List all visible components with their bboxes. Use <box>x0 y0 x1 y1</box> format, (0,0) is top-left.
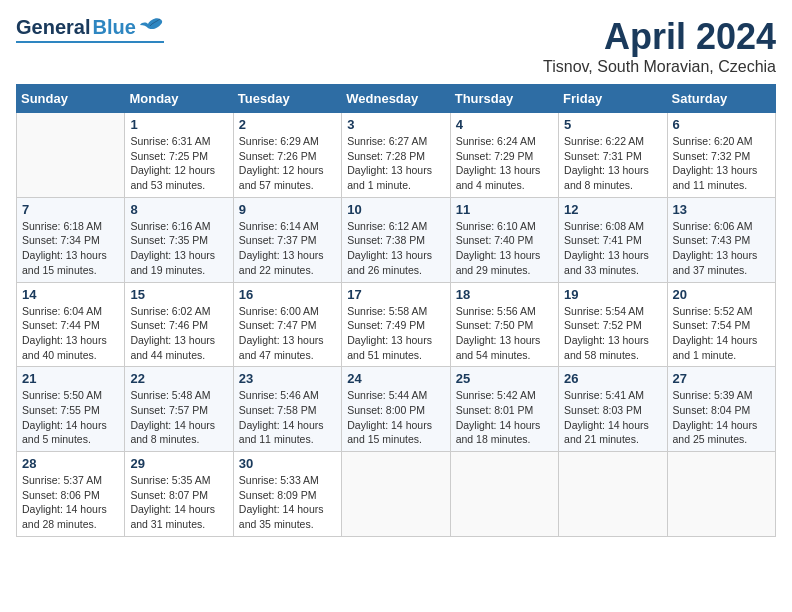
day-info: Sunrise: 5:33 AMSunset: 8:09 PMDaylight:… <box>239 473 336 532</box>
day-number: 3 <box>347 117 444 132</box>
calendar-cell: 30Sunrise: 5:33 AMSunset: 8:09 PMDayligh… <box>233 452 341 537</box>
calendar-cell: 7Sunrise: 6:18 AMSunset: 7:34 PMDaylight… <box>17 197 125 282</box>
calendar-cell <box>17 113 125 198</box>
day-info: Sunrise: 5:37 AMSunset: 8:06 PMDaylight:… <box>22 473 119 532</box>
day-info: Sunrise: 5:52 AMSunset: 7:54 PMDaylight:… <box>673 304 770 363</box>
day-number: 2 <box>239 117 336 132</box>
day-info: Sunrise: 6:08 AMSunset: 7:41 PMDaylight:… <box>564 219 661 278</box>
day-number: 26 <box>564 371 661 386</box>
day-info: Sunrise: 6:16 AMSunset: 7:35 PMDaylight:… <box>130 219 227 278</box>
logo-general: General <box>16 16 90 39</box>
day-info: Sunrise: 5:46 AMSunset: 7:58 PMDaylight:… <box>239 388 336 447</box>
calendar-cell: 11Sunrise: 6:10 AMSunset: 7:40 PMDayligh… <box>450 197 558 282</box>
calendar-cell: 29Sunrise: 5:35 AMSunset: 8:07 PMDayligh… <box>125 452 233 537</box>
calendar-cell: 27Sunrise: 5:39 AMSunset: 8:04 PMDayligh… <box>667 367 775 452</box>
day-number: 20 <box>673 287 770 302</box>
calendar-cell: 15Sunrise: 6:02 AMSunset: 7:46 PMDayligh… <box>125 282 233 367</box>
day-info: Sunrise: 6:00 AMSunset: 7:47 PMDaylight:… <box>239 304 336 363</box>
calendar-cell: 4Sunrise: 6:24 AMSunset: 7:29 PMDaylight… <box>450 113 558 198</box>
day-info: Sunrise: 6:24 AMSunset: 7:29 PMDaylight:… <box>456 134 553 193</box>
day-number: 28 <box>22 456 119 471</box>
day-number: 30 <box>239 456 336 471</box>
title-block: April 2024 Tisnov, South Moravian, Czech… <box>543 16 776 76</box>
day-info: Sunrise: 5:48 AMSunset: 7:57 PMDaylight:… <box>130 388 227 447</box>
calendar-cell <box>667 452 775 537</box>
day-number: 17 <box>347 287 444 302</box>
day-number: 27 <box>673 371 770 386</box>
day-info: Sunrise: 6:04 AMSunset: 7:44 PMDaylight:… <box>22 304 119 363</box>
calendar-cell: 24Sunrise: 5:44 AMSunset: 8:00 PMDayligh… <box>342 367 450 452</box>
calendar-cell: 9Sunrise: 6:14 AMSunset: 7:37 PMDaylight… <box>233 197 341 282</box>
day-number: 29 <box>130 456 227 471</box>
day-info: Sunrise: 5:39 AMSunset: 8:04 PMDaylight:… <box>673 388 770 447</box>
header: General Blue April 2024 Tisnov, South Mo… <box>16 16 776 76</box>
day-number: 21 <box>22 371 119 386</box>
calendar-cell: 3Sunrise: 6:27 AMSunset: 7:28 PMDaylight… <box>342 113 450 198</box>
day-info: Sunrise: 6:29 AMSunset: 7:26 PMDaylight:… <box>239 134 336 193</box>
column-header-sunday: Sunday <box>17 85 125 113</box>
day-number: 22 <box>130 371 227 386</box>
calendar-cell: 25Sunrise: 5:42 AMSunset: 8:01 PMDayligh… <box>450 367 558 452</box>
day-info: Sunrise: 6:12 AMSunset: 7:38 PMDaylight:… <box>347 219 444 278</box>
column-header-thursday: Thursday <box>450 85 558 113</box>
calendar-cell: 21Sunrise: 5:50 AMSunset: 7:55 PMDayligh… <box>17 367 125 452</box>
calendar-cell: 14Sunrise: 6:04 AMSunset: 7:44 PMDayligh… <box>17 282 125 367</box>
calendar-cell: 16Sunrise: 6:00 AMSunset: 7:47 PMDayligh… <box>233 282 341 367</box>
week-row-3: 14Sunrise: 6:04 AMSunset: 7:44 PMDayligh… <box>17 282 776 367</box>
calendar-cell: 18Sunrise: 5:56 AMSunset: 7:50 PMDayligh… <box>450 282 558 367</box>
day-number: 24 <box>347 371 444 386</box>
day-info: Sunrise: 5:42 AMSunset: 8:01 PMDaylight:… <box>456 388 553 447</box>
column-header-monday: Monday <box>125 85 233 113</box>
logo-divider <box>16 41 164 43</box>
day-number: 4 <box>456 117 553 132</box>
week-row-4: 21Sunrise: 5:50 AMSunset: 7:55 PMDayligh… <box>17 367 776 452</box>
day-info: Sunrise: 6:31 AMSunset: 7:25 PMDaylight:… <box>130 134 227 193</box>
day-number: 18 <box>456 287 553 302</box>
day-info: Sunrise: 6:22 AMSunset: 7:31 PMDaylight:… <box>564 134 661 193</box>
day-info: Sunrise: 5:50 AMSunset: 7:55 PMDaylight:… <box>22 388 119 447</box>
logo-bird-icon <box>140 17 164 39</box>
day-info: Sunrise: 6:27 AMSunset: 7:28 PMDaylight:… <box>347 134 444 193</box>
day-number: 9 <box>239 202 336 217</box>
month-title: April 2024 <box>543 16 776 58</box>
day-number: 25 <box>456 371 553 386</box>
column-header-tuesday: Tuesday <box>233 85 341 113</box>
calendar-table: SundayMondayTuesdayWednesdayThursdayFrid… <box>16 84 776 537</box>
day-number: 15 <box>130 287 227 302</box>
calendar-cell <box>559 452 667 537</box>
day-info: Sunrise: 6:14 AMSunset: 7:37 PMDaylight:… <box>239 219 336 278</box>
week-row-2: 7Sunrise: 6:18 AMSunset: 7:34 PMDaylight… <box>17 197 776 282</box>
day-number: 6 <box>673 117 770 132</box>
logo: General Blue <box>16 16 164 43</box>
day-number: 13 <box>673 202 770 217</box>
calendar-cell: 10Sunrise: 6:12 AMSunset: 7:38 PMDayligh… <box>342 197 450 282</box>
week-row-1: 1Sunrise: 6:31 AMSunset: 7:25 PMDaylight… <box>17 113 776 198</box>
day-number: 8 <box>130 202 227 217</box>
day-number: 16 <box>239 287 336 302</box>
day-number: 23 <box>239 371 336 386</box>
column-header-friday: Friday <box>559 85 667 113</box>
calendar-cell: 13Sunrise: 6:06 AMSunset: 7:43 PMDayligh… <box>667 197 775 282</box>
day-info: Sunrise: 5:58 AMSunset: 7:49 PMDaylight:… <box>347 304 444 363</box>
calendar-cell: 6Sunrise: 6:20 AMSunset: 7:32 PMDaylight… <box>667 113 775 198</box>
calendar-cell: 5Sunrise: 6:22 AMSunset: 7:31 PMDaylight… <box>559 113 667 198</box>
calendar-cell: 23Sunrise: 5:46 AMSunset: 7:58 PMDayligh… <box>233 367 341 452</box>
calendar-cell: 20Sunrise: 5:52 AMSunset: 7:54 PMDayligh… <box>667 282 775 367</box>
day-info: Sunrise: 6:06 AMSunset: 7:43 PMDaylight:… <box>673 219 770 278</box>
day-info: Sunrise: 6:02 AMSunset: 7:46 PMDaylight:… <box>130 304 227 363</box>
column-headers: SundayMondayTuesdayWednesdayThursdayFrid… <box>17 85 776 113</box>
calendar-cell: 8Sunrise: 6:16 AMSunset: 7:35 PMDaylight… <box>125 197 233 282</box>
calendar-cell: 19Sunrise: 5:54 AMSunset: 7:52 PMDayligh… <box>559 282 667 367</box>
week-row-5: 28Sunrise: 5:37 AMSunset: 8:06 PMDayligh… <box>17 452 776 537</box>
day-number: 1 <box>130 117 227 132</box>
calendar-cell: 26Sunrise: 5:41 AMSunset: 8:03 PMDayligh… <box>559 367 667 452</box>
day-info: Sunrise: 6:20 AMSunset: 7:32 PMDaylight:… <box>673 134 770 193</box>
logo-blue: Blue <box>92 16 135 39</box>
column-header-wednesday: Wednesday <box>342 85 450 113</box>
day-info: Sunrise: 5:56 AMSunset: 7:50 PMDaylight:… <box>456 304 553 363</box>
calendar-cell: 12Sunrise: 6:08 AMSunset: 7:41 PMDayligh… <box>559 197 667 282</box>
calendar-cell <box>450 452 558 537</box>
calendar-cell: 28Sunrise: 5:37 AMSunset: 8:06 PMDayligh… <box>17 452 125 537</box>
day-number: 10 <box>347 202 444 217</box>
day-number: 11 <box>456 202 553 217</box>
